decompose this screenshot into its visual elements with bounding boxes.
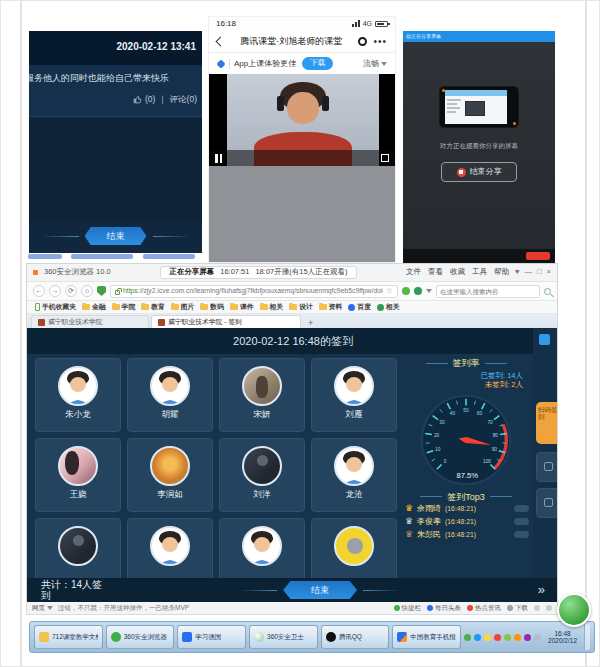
tray-icon[interactable] [474, 634, 481, 641]
refresh-button[interactable]: ⟳ [65, 285, 77, 297]
student-card[interactable]: 王娆 [35, 438, 121, 512]
menu-file[interactable]: 文件 [406, 268, 421, 277]
student-card[interactable]: 李润如 [127, 438, 213, 512]
browser-window-title: 360安全浏览器 10.0 [44, 268, 111, 277]
floating-accelerator-ball[interactable] [557, 593, 591, 627]
next-page-icon[interactable]: » [538, 583, 545, 598]
end-button[interactable]: 结束 [85, 227, 147, 245]
tray-icon[interactable] [524, 634, 531, 641]
bookmark-folder[interactable]: 教育 [141, 303, 165, 311]
minimize-icon[interactable]: — [525, 268, 533, 277]
student-card[interactable]: 刘洋 [219, 438, 305, 512]
signin-header: 2020-02-12 16:48的签到 [27, 328, 558, 354]
taskbar-button-qq[interactable]: 腾讯QQ [321, 625, 390, 649]
quicklink-download[interactable]: 下载 [507, 604, 528, 611]
taskbar-button-browser[interactable]: 360安全浏览器 [106, 625, 175, 649]
student-card[interactable]: 龙沧 [311, 438, 397, 512]
menu-view[interactable]: 查看 [428, 268, 443, 277]
quicklink-news[interactable]: 每日头条 [427, 604, 461, 611]
top3-name: 佘雨绮 [417, 504, 441, 513]
thumbs-up-icon[interactable] [133, 95, 142, 104]
tray-icon[interactable] [494, 634, 501, 641]
back-button[interactable]: ← [33, 285, 45, 297]
url-field[interactable]: https://zjy2.icve.com.cn/learning/fluhaf… [110, 285, 398, 298]
download-button[interactable]: 下载 [302, 57, 333, 70]
bookmark-folder[interactable]: 相关 [260, 303, 284, 311]
ticker-dropdown[interactable]: 网页 [32, 604, 53, 611]
favorite-icon[interactable]: ♥ [515, 268, 519, 277]
side-top-icon[interactable] [539, 334, 550, 345]
record-icon[interactable] [358, 37, 367, 46]
bookmark-folder[interactable]: 学院 [112, 303, 136, 311]
taskbar-button-folder[interactable]: 712课堂教学文档 [34, 625, 103, 649]
share-viewers: 18:07开播(有15人正在观看) [255, 268, 347, 277]
stop-share-button[interactable]: 结束分享 [441, 162, 517, 182]
maximize-icon[interactable]: □ [537, 268, 542, 277]
pause-button[interactable] [215, 154, 222, 163]
bookmark-folder[interactable]: 金融 [82, 303, 106, 311]
fullscreen-button[interactable] [381, 154, 389, 162]
home-button[interactable]: ⌂ [81, 285, 93, 297]
forward-button[interactable]: → [49, 285, 61, 297]
top3-title: 签到Top3 [401, 492, 531, 502]
taskbar-button-360[interactable]: 360安全卫士 [249, 625, 318, 649]
tray-icon[interactable] [534, 634, 541, 641]
close-icon[interactable]: × [547, 268, 551, 277]
tray-mini-icon[interactable] [546, 605, 552, 611]
side-button-fullscreen[interactable] [536, 488, 558, 518]
search-icon[interactable] [544, 288, 551, 295]
quality-selector[interactable]: 流畅 [363, 59, 387, 68]
bookmark-folder[interactable]: 课件 [230, 303, 254, 311]
new-tab-button[interactable]: + [303, 318, 318, 328]
avatar [58, 526, 98, 566]
taskbar-button-app[interactable]: 学习强国 [177, 625, 246, 649]
svg-text:70: 70 [487, 420, 493, 425]
comment-link[interactable]: 评论(0) [170, 95, 197, 105]
student-card[interactable]: 刘雁 [311, 358, 397, 432]
bookmark-star-icon[interactable]: ☆ [386, 286, 393, 295]
bookmark-folder[interactable]: 设计 [289, 303, 313, 311]
extension-icon[interactable] [402, 287, 410, 295]
teacher-video[interactable] [209, 74, 395, 166]
bookmark-phone-folder[interactable]: 手机收藏夹 [35, 303, 76, 311]
svg-text:10: 10 [435, 447, 441, 452]
hang-up-button[interactable] [526, 252, 550, 260]
quicklink-hot[interactable]: 热点资讯 [467, 604, 501, 611]
student-card[interactable]: 宋妍 [219, 358, 305, 432]
bookmarks-bar: 手机收藏夹 金融 学院 教育 图片 数码 课件 相关 设计 资料 百度 相关 [27, 301, 557, 314]
tray-mini-icon[interactable] [534, 605, 540, 611]
like-count[interactable]: (0) [145, 95, 155, 105]
quicklink-bar[interactable]: 快捷栏 [394, 604, 422, 611]
end-signin-button[interactable]: 结束 [283, 581, 357, 599]
bookmark-folder[interactable]: 数码 [200, 303, 224, 311]
hot-news-ticker[interactable]: 没错，不只我：开黑这种操作，一己绝杀MVP [58, 604, 189, 611]
taskbar-button-edu[interactable]: 中国教育手机报 [392, 625, 461, 649]
tray-icon[interactable] [504, 634, 511, 641]
tray-icon[interactable] [464, 634, 471, 641]
extension-icon[interactable] [414, 287, 422, 295]
taskbar-clock[interactable]: 16:48 2020/2/12 [544, 630, 581, 645]
menu-favorites[interactable]: 收藏 [450, 268, 465, 277]
hot-icon [467, 605, 473, 611]
student-card[interactable]: 朱小龙 [35, 358, 121, 432]
tab-school-home[interactable]: 威宁职业技术学院 [31, 315, 149, 328]
chevron-down-icon[interactable] [426, 289, 432, 293]
show-desktop-button[interactable] [584, 624, 590, 650]
menu-tools[interactable]: 工具 [472, 268, 487, 277]
side-button-refresh[interactable] [536, 452, 558, 482]
tab-signin-active[interactable]: 威宁职业技术学院 - 签到 [151, 315, 301, 328]
bookmark-folder[interactable]: 图片 [171, 303, 195, 311]
bookmark-folder[interactable]: 资料 [319, 303, 343, 311]
student-card[interactable]: 胡耀 [127, 358, 213, 432]
rate-value: 87.5% [456, 471, 478, 480]
search-input[interactable] [436, 285, 540, 298]
menu-help[interactable]: 帮助 [494, 268, 509, 277]
tray-icon[interactable] [514, 634, 521, 641]
qr-signin-button[interactable]: 扫码签到 [536, 402, 558, 444]
tray-icon[interactable] [484, 634, 491, 641]
blurred-link [143, 254, 195, 259]
bookmark-item[interactable]: 百度 [348, 303, 371, 311]
top3-time: (16:48:21) [445, 531, 476, 539]
more-icon[interactable]: ••• [373, 36, 387, 48]
bookmark-item[interactable]: 相关 [377, 303, 400, 311]
